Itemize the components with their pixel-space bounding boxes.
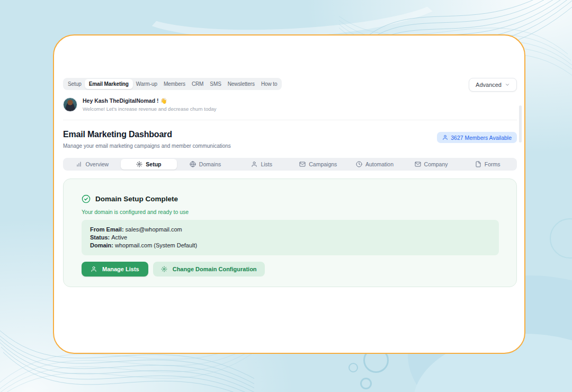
top-nav-row: Setup Email Marketing Warm-up Members CR… <box>63 78 517 92</box>
vertical-scrollbar[interactable] <box>519 105 522 142</box>
tab-setup[interactable]: Setup <box>121 159 177 170</box>
page-subtitle: Manage your email marketing campaigns an… <box>63 143 231 149</box>
dashboard-tab-bar: Overview Setup Domains Lists Campaigns A… <box>63 158 517 171</box>
mail-icon <box>415 161 421 167</box>
members-available-badge: 3627 Members Available <box>437 132 517 143</box>
tab-label: Company <box>424 161 448 167</box>
main-card: Setup Email Marketing Warm-up Members CR… <box>53 34 525 354</box>
tab-company[interactable]: Company <box>403 159 460 170</box>
button-label: Manage Lists <box>102 266 139 272</box>
tab-label: Automation <box>365 161 394 167</box>
top-nav-tabs: Setup Email Marketing Warm-up Members CR… <box>63 78 282 90</box>
tab-lists[interactable]: Lists <box>234 159 290 170</box>
file-icon <box>475 161 481 167</box>
decorative-circle <box>360 378 372 389</box>
person-icon <box>91 266 97 272</box>
check-circle-icon <box>82 194 91 203</box>
nav-tab-newsletters[interactable]: Newsletters <box>225 79 258 89</box>
domain-detail-box: From Email:sales@whopmail.com Status:Act… <box>82 220 499 255</box>
page-title: Email Marketing Dashboard <box>63 130 231 139</box>
tab-label: Domains <box>199 161 221 167</box>
detail-status: Status:Active <box>90 234 490 242</box>
members-badge-label: 3627 Members Available <box>451 135 512 141</box>
nav-tab-email-marketing[interactable]: Email Marketing <box>85 79 133 89</box>
tab-label: Lists <box>261 161 272 167</box>
tab-domains[interactable]: Domains <box>177 159 234 170</box>
detail-value: Active <box>111 234 127 240</box>
detail-label: Domain: <box>90 242 113 248</box>
change-domain-configuration-button[interactable]: Change Domain Configuration <box>153 262 265 277</box>
tab-automation[interactable]: Automation <box>346 159 403 170</box>
clock-icon <box>356 161 362 167</box>
greeting-subtitle: Welcome! Let's increase revenue and decr… <box>83 106 216 112</box>
nav-tab-warm-up[interactable]: Warm-up <box>133 79 160 89</box>
advanced-label: Advanced <box>476 82 502 88</box>
greeting-section: Hey Kash TheDigitalNomad ! 👋 Welcome! Le… <box>63 97 517 112</box>
tab-label: Forms <box>485 161 501 167</box>
detail-from-email: From Email:sales@whopmail.com <box>90 226 490 234</box>
detail-label: Status: <box>90 234 110 240</box>
domain-setup-panel: Domain Setup Complete Your domain is con… <box>63 179 517 287</box>
tab-label: Setup <box>146 161 161 167</box>
panel-subtitle: Your domain is configured and ready to u… <box>82 209 499 215</box>
globe-icon <box>190 161 196 167</box>
decorative-circle <box>550 218 572 259</box>
page-header: Email Marketing Dashboard Manage your em… <box>63 130 517 149</box>
panel-title: Domain Setup Complete <box>95 195 178 203</box>
manage-lists-button[interactable]: Manage Lists <box>82 262 148 277</box>
person-icon <box>251 161 257 167</box>
tab-label: Overview <box>85 161 109 167</box>
gear-icon <box>136 161 142 167</box>
nav-tab-how-to[interactable]: How to <box>258 79 281 89</box>
tab-label: Campaigns <box>309 161 337 167</box>
divider <box>63 120 517 120</box>
detail-label: From Email: <box>90 226 124 233</box>
detail-value: sales@whopmail.com <box>126 226 182 233</box>
tab-campaigns[interactable]: Campaigns <box>290 159 347 170</box>
avatar <box>63 97 77 112</box>
chevron-down-icon <box>505 82 510 87</box>
nav-tab-setup[interactable]: Setup <box>65 79 85 89</box>
bar-chart-icon <box>76 161 82 167</box>
greeting-title: Hey Kash TheDigitalNomad ! 👋 <box>83 97 216 104</box>
button-label: Change Domain Configuration <box>173 266 257 272</box>
tab-overview[interactable]: Overview <box>64 159 121 170</box>
detail-domain: Domain:whopmail.com (System Default) <box>90 242 490 250</box>
tab-forms[interactable]: Forms <box>459 159 516 170</box>
gear-icon <box>161 266 167 272</box>
nav-tab-crm[interactable]: CRM <box>189 79 207 89</box>
advanced-dropdown-button[interactable]: Advanced <box>469 78 517 92</box>
nav-tab-members[interactable]: Members <box>160 79 189 89</box>
person-icon <box>442 135 448 140</box>
decorative-circle <box>348 363 358 372</box>
mail-send-icon <box>299 161 306 167</box>
detail-value: whopmail.com (System Default) <box>115 242 197 248</box>
nav-tab-sms[interactable]: SMS <box>207 79 224 89</box>
